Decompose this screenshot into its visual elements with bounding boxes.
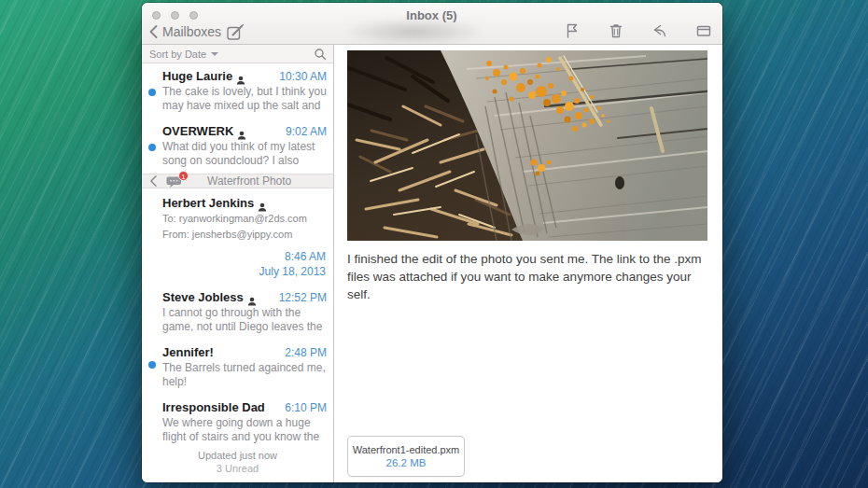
- sender-name: Herbert Jenkins: [162, 196, 254, 210]
- message-time: 9:02 AM: [286, 125, 327, 138]
- message-preview: We where going down a huge flight of sta…: [162, 416, 327, 444]
- sort-caret-icon: [211, 52, 218, 56]
- sender-name: OVERWERK: [162, 124, 233, 138]
- back-label: Mailboxes: [162, 24, 221, 39]
- sender-name: Irresponsible Dad: [162, 400, 265, 414]
- list-item[interactable]: Steve Jobless 12:52 PM I cannot go throu…: [142, 285, 333, 340]
- window-title: Inbox (5): [406, 8, 456, 22]
- open-message-date: July 18, 2013: [162, 264, 326, 279]
- attachment-card[interactable]: Waterfront1-edited.pxm 26.2 MB: [347, 436, 465, 477]
- from-line: From: jensherbs@yippy.com: [162, 228, 326, 242]
- list-item[interactable]: Irresponsible Dad 6:10 PM We where going…: [142, 395, 333, 450]
- attachment-size: 26.2 MB: [386, 457, 427, 468]
- search-icon[interactable]: [314, 48, 327, 61]
- thread-bubble-icon: 1: [166, 175, 183, 188]
- message-preview: I cannot go through with the game, not u…: [162, 306, 327, 334]
- list-item[interactable]: Huge Laurie 10:30 AM The cake is lovely,…: [142, 63, 333, 119]
- message-preview: What did you think of my latest song on …: [162, 140, 327, 168]
- close-window-button[interactable]: [152, 11, 161, 20]
- sender-name: Steve Jobless: [162, 290, 244, 304]
- person-icon: [237, 127, 246, 136]
- thread-header[interactable]: 1 Waterfront Photo: [142, 174, 333, 188]
- move-to-folder-icon[interactable]: [695, 22, 712, 39]
- sort-label: Sort by Date: [149, 49, 206, 60]
- message-time: 12:52 PM: [279, 291, 327, 304]
- unread-indicator: [148, 144, 156, 151]
- traffic-lights: [152, 11, 198, 20]
- list-item[interactable]: Jennifer! 2:48 PM The Barrels turned aga…: [142, 340, 333, 395]
- sort-bar[interactable]: Sort by Date: [142, 45, 333, 63]
- message-content-pane: I finished the edit of the photo you sen…: [334, 45, 722, 482]
- person-icon: [258, 199, 267, 208]
- updated-status: Updated just now: [142, 450, 333, 461]
- trash-icon[interactable]: [608, 22, 624, 39]
- message-preview: The Barrels turned againced me, help!: [162, 361, 327, 389]
- minimize-window-button[interactable]: [171, 11, 179, 20]
- message-list-pane: Sort by Date Huge Laurie 10:30 AM The ca…: [142, 45, 334, 482]
- list-status-footer: Updated just now 3 Unread: [142, 450, 333, 482]
- chevron-left-icon: [149, 25, 158, 38]
- sender-name: Huge Laurie: [162, 69, 232, 83]
- unread-count: 3 Unread: [142, 463, 333, 474]
- person-icon: [247, 293, 257, 302]
- flag-icon[interactable]: [564, 22, 581, 39]
- reply-icon[interactable]: [651, 22, 668, 39]
- thread-unread-badge: 1: [178, 171, 189, 181]
- message-photo-attachment[interactable]: [347, 50, 707, 241]
- attachment-filename: Waterfront1-edited.pxm: [353, 444, 460, 455]
- to-line: To: ryanworkingman@r2ds.com: [162, 212, 326, 226]
- person-icon: [236, 72, 245, 81]
- back-to-mailboxes-button[interactable]: Mailboxes: [149, 24, 221, 39]
- thread-label: Waterfront Photo: [207, 174, 291, 188]
- message-time: 6:10 PM: [285, 401, 327, 414]
- unread-indicator: [148, 361, 156, 369]
- zoom-window-button[interactable]: [189, 11, 198, 20]
- open-message-summary[interactable]: Herbert Jenkins To: ryanworkingman@r2ds.…: [142, 188, 333, 285]
- mail-app-window: Mailboxes Inbox (5): [142, 3, 722, 482]
- message-preview: The cake is lovely, but I think you may …: [162, 85, 327, 113]
- chevron-left-icon: [149, 175, 158, 187]
- message-time: 10:30 AM: [279, 70, 327, 83]
- sender-name: Jennifer!: [162, 345, 214, 359]
- window-toolbar: Mailboxes Inbox (5): [142, 3, 722, 45]
- list-item[interactable]: OVERWERK 9:02 AM What did you think of m…: [142, 119, 333, 174]
- open-message-time: 8:46 AM: [162, 249, 326, 264]
- message-body: I finished the edit of the photo you sen…: [347, 250, 707, 303]
- compose-icon[interactable]: [226, 23, 245, 42]
- message-time: 2:48 PM: [285, 346, 327, 359]
- toolbar-translucency-smudge: [342, 19, 486, 45]
- unread-indicator: [148, 89, 156, 96]
